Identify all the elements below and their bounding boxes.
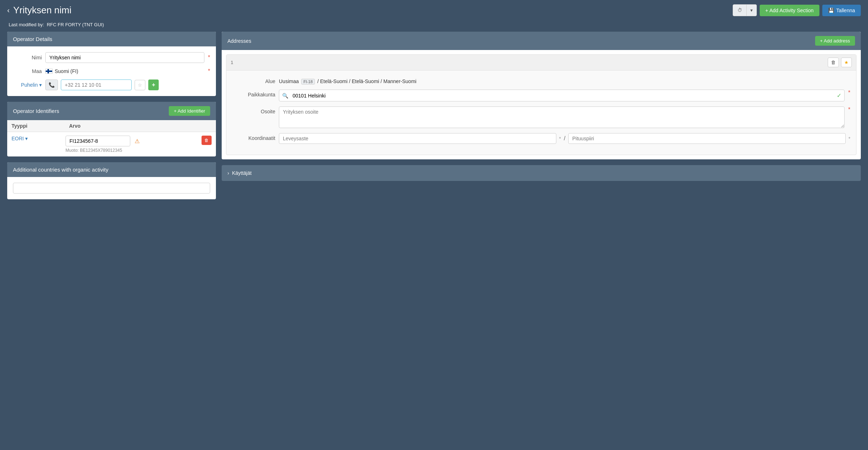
address-card-1: 1 🗑 ★ Alue Uusimaa FI-18 / Etelä-Suomi /… [226, 54, 856, 155]
col-value-header: Arvo [69, 123, 212, 129]
operator-details-body: Nimi * Maa Suomi (FI) * Puhelin [7, 46, 216, 96]
pituuspiiri-input[interactable] [568, 133, 846, 144]
warning-icon: ⚠ [135, 138, 140, 145]
page-title: Yrityksen nimi [13, 5, 72, 16]
puhelin-row: Puhelin ▾ 📞 ☆ + [13, 79, 210, 90]
kayttajat-section[interactable]: › Käyttäjät [222, 165, 861, 181]
maa-label: Maa [13, 68, 42, 74]
eori-label: EORI [12, 136, 24, 141]
address-form: Alue Uusimaa FI-18 / Etelä-Suomi / Etelä… [226, 71, 856, 155]
delete-identifier-button[interactable]: 🗑 [202, 136, 212, 145]
save-button[interactable]: 💾 Tallenna [822, 5, 861, 16]
table-header: Tyyppi Arvo [7, 120, 216, 132]
puhelin-chevron-icon: ▾ [39, 82, 42, 88]
add-activity-button[interactable]: + Add Activity Section [760, 5, 819, 16]
check-icon: ✓ [834, 90, 844, 101]
identifier-value-cell: ⚠ Muoto: BE12345X789012345 [65, 136, 198, 153]
osoite-input[interactable] [279, 106, 845, 128]
addresses-card: Addresses + Add address 1 🗑 ★ Alue [222, 32, 861, 159]
col-type-header: Tyyppi [12, 123, 69, 129]
last-modified-value: RFC FR FORTY (TNT GUI) [47, 22, 104, 27]
osoite-row: Osoite * [232, 106, 850, 128]
back-button[interactable]: ‹ [7, 6, 10, 14]
phone-section: 📞 ☆ + [45, 79, 159, 90]
region-badge: FI-18 [301, 79, 315, 85]
address-number: 1 [231, 60, 233, 65]
additional-countries-card: Additional countries with organic activi… [7, 162, 216, 199]
add-address-button[interactable]: + Add address [815, 36, 855, 46]
degree-symbol-2: ° [849, 136, 850, 141]
phone-star-button[interactable]: ☆ [135, 80, 145, 90]
paikkakunta-label: Paikkakunta [232, 90, 275, 97]
save-label: Tallenna [836, 8, 855, 13]
alue-value: Uusimaa FI-18 / Etelä-Suomi / Etelä-Suom… [279, 76, 850, 85]
history-button[interactable]: ⏱ ▾ [733, 4, 757, 16]
puhelin-label: Puhelin [21, 82, 38, 88]
country-value: Suomi (FI) [55, 68, 78, 74]
puhelin-label-button[interactable]: Puhelin ▾ [13, 82, 42, 88]
add-identifier-button[interactable]: + Add Identifier [169, 106, 210, 116]
header: ‹ Yrityksen nimi ⏱ ▾ + Add Activity Sect… [0, 0, 868, 21]
history-main-button[interactable]: ⏱ [733, 5, 746, 16]
paikkakunta-required: * [848, 90, 850, 96]
table-row: EORI ▾ ⚠ Muoto: BE12345X789012345 🗑 [7, 132, 216, 156]
operator-identifiers-header: Operator Identifiers + Add Identifier [7, 102, 216, 120]
additional-countries-header: Additional countries with organic activi… [7, 162, 216, 177]
address-actions: 🗑 ★ [828, 58, 852, 67]
koordinaatit-row: Koordinaatit ° / ° [232, 133, 850, 144]
additional-countries-body [7, 177, 216, 199]
delete-address-button[interactable]: 🗑 [828, 58, 839, 67]
operator-identifiers-card: Operator Identifiers + Add Identifier Ty… [7, 102, 216, 156]
save-icon: 💾 [828, 8, 834, 13]
additional-countries-title: Additional countries with organic activi… [13, 167, 108, 173]
osoite-label: Osoite [232, 106, 275, 114]
format-hint: Muoto: BE12345X789012345 [65, 148, 198, 153]
paikkakunta-row: Paikkakunta 🔍 ✓ * [232, 90, 850, 101]
right-column: Addresses + Add address 1 🗑 ★ Alue [222, 32, 861, 199]
address-card-1-header: 1 🗑 ★ [226, 55, 856, 71]
history-dropdown-button[interactable]: ▾ [746, 5, 756, 16]
phone-add-button[interactable]: + [148, 79, 159, 90]
chevron-down-icon: ▾ [750, 8, 753, 13]
coord-separator: / [564, 135, 565, 142]
additional-countries-input[interactable] [13, 183, 210, 194]
nimi-input[interactable] [45, 52, 204, 63]
nimi-label: Nimi [13, 55, 42, 60]
paikkakunta-input[interactable] [291, 91, 834, 101]
identifier-input[interactable] [65, 136, 130, 146]
main-content: Operator Details Nimi * Maa Suomi (FI) * [0, 32, 868, 206]
finland-flag-icon [45, 69, 53, 74]
alue-label: Alue [232, 76, 275, 84]
subheader: Last modified by: RFC FR FORTY (TNT GUI) [0, 21, 868, 32]
degree-symbol-1: ° [559, 136, 561, 141]
eori-type-dropdown[interactable]: EORI ▾ [12, 136, 62, 141]
eori-chevron-icon: ▾ [25, 136, 28, 141]
history-icon: ⏱ [737, 8, 742, 13]
phone-input[interactable] [61, 79, 132, 90]
chevron-right-icon: › [227, 170, 229, 176]
operator-details-title: Operator Details [13, 36, 52, 42]
header-right: ⏱ ▾ + Add Activity Section 💾 Tallenna [733, 4, 861, 16]
leveysaste-input[interactable] [279, 133, 556, 144]
nimi-required: * [208, 54, 210, 61]
maa-required: * [208, 68, 210, 74]
kayttajat-label: Käyttäjät [232, 170, 252, 176]
maa-row: Maa Suomi (FI) * [13, 68, 210, 74]
phone-icon: 📞 [45, 79, 58, 90]
operator-identifiers-title: Operator Identifiers [13, 108, 59, 114]
last-modified-label: Last modified by: [9, 22, 44, 27]
operator-details-header: Operator Details [7, 32, 216, 46]
nimi-row: Nimi * [13, 52, 210, 63]
header-left: ‹ Yrityksen nimi [7, 5, 72, 16]
koordinaatit-wrapper: ° / ° [279, 133, 850, 144]
alue-parts: / Etelä-Suomi / Etelä-Suomi / Manner-Suo… [317, 78, 416, 84]
country-field: Suomi (FI) [45, 68, 204, 74]
koordinaatit-label: Koordinaatit [232, 133, 275, 141]
favorite-address-button[interactable]: ★ [841, 58, 852, 67]
paikkakunta-wrapper: 🔍 ✓ [279, 90, 845, 101]
operator-details-card: Operator Details Nimi * Maa Suomi (FI) * [7, 32, 216, 96]
alue-row: Alue Uusimaa FI-18 / Etelä-Suomi / Etelä… [232, 76, 850, 85]
left-column: Operator Details Nimi * Maa Suomi (FI) * [7, 32, 216, 199]
identifiers-table: Tyyppi Arvo EORI ▾ ⚠ Muoto: BE12345X7890… [7, 120, 216, 156]
alue-region: Uusimaa [279, 78, 299, 84]
